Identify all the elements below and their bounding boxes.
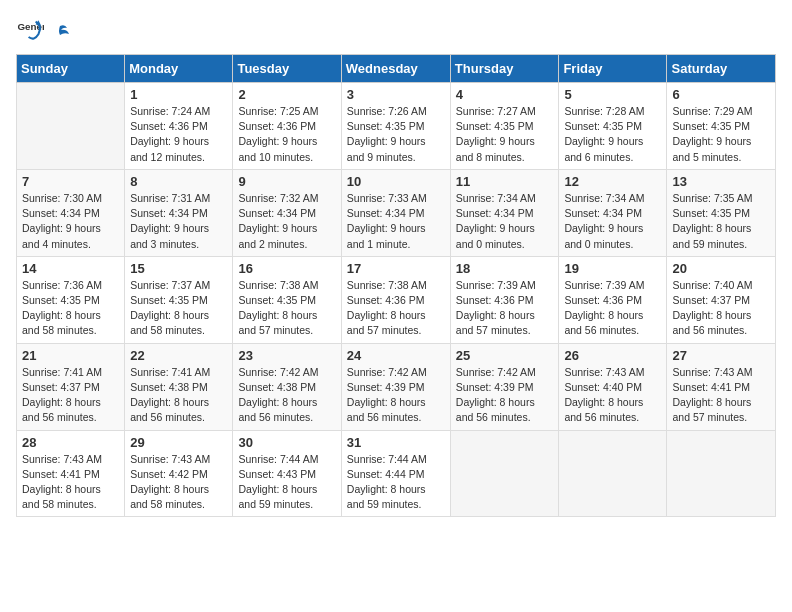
calendar-cell: 1Sunrise: 7:24 AM Sunset: 4:36 PM Daylig… xyxy=(125,83,233,170)
calendar-cell xyxy=(17,83,125,170)
calendar-cell: 26Sunrise: 7:43 AM Sunset: 4:40 PM Dayli… xyxy=(559,343,667,430)
calendar-week-3: 14Sunrise: 7:36 AM Sunset: 4:35 PM Dayli… xyxy=(17,256,776,343)
calendar-body: 1Sunrise: 7:24 AM Sunset: 4:36 PM Daylig… xyxy=(17,83,776,517)
calendar-cell: 4Sunrise: 7:27 AM Sunset: 4:35 PM Daylig… xyxy=(450,83,559,170)
day-info: Sunrise: 7:34 AM Sunset: 4:34 PM Dayligh… xyxy=(564,191,661,252)
day-number: 19 xyxy=(564,261,661,276)
calendar-cell: 3Sunrise: 7:26 AM Sunset: 4:35 PM Daylig… xyxy=(341,83,450,170)
day-info: Sunrise: 7:31 AM Sunset: 4:34 PM Dayligh… xyxy=(130,191,227,252)
calendar-cell: 7Sunrise: 7:30 AM Sunset: 4:34 PM Daylig… xyxy=(17,169,125,256)
day-info: Sunrise: 7:39 AM Sunset: 4:36 PM Dayligh… xyxy=(456,278,554,339)
day-info: Sunrise: 7:32 AM Sunset: 4:34 PM Dayligh… xyxy=(238,191,335,252)
calendar-cell: 9Sunrise: 7:32 AM Sunset: 4:34 PM Daylig… xyxy=(233,169,341,256)
day-number: 13 xyxy=(672,174,770,189)
day-number: 7 xyxy=(22,174,119,189)
calendar-cell: 15Sunrise: 7:37 AM Sunset: 4:35 PM Dayli… xyxy=(125,256,233,343)
day-info: Sunrise: 7:25 AM Sunset: 4:36 PM Dayligh… xyxy=(238,104,335,165)
day-info: Sunrise: 7:41 AM Sunset: 4:37 PM Dayligh… xyxy=(22,365,119,426)
day-info: Sunrise: 7:40 AM Sunset: 4:37 PM Dayligh… xyxy=(672,278,770,339)
day-number: 3 xyxy=(347,87,445,102)
day-number: 15 xyxy=(130,261,227,276)
logo: General xyxy=(16,16,72,44)
day-number: 2 xyxy=(238,87,335,102)
header-sunday: Sunday xyxy=(17,55,125,83)
calendar-cell: 27Sunrise: 7:43 AM Sunset: 4:41 PM Dayli… xyxy=(667,343,776,430)
day-number: 27 xyxy=(672,348,770,363)
header-monday: Monday xyxy=(125,55,233,83)
calendar-cell: 17Sunrise: 7:38 AM Sunset: 4:36 PM Dayli… xyxy=(341,256,450,343)
calendar-cell: 23Sunrise: 7:42 AM Sunset: 4:38 PM Dayli… xyxy=(233,343,341,430)
day-number: 24 xyxy=(347,348,445,363)
calendar-cell: 11Sunrise: 7:34 AM Sunset: 4:34 PM Dayli… xyxy=(450,169,559,256)
day-info: Sunrise: 7:29 AM Sunset: 4:35 PM Dayligh… xyxy=(672,104,770,165)
logo-bird-icon xyxy=(49,22,71,44)
day-number: 31 xyxy=(347,435,445,450)
calendar-cell: 18Sunrise: 7:39 AM Sunset: 4:36 PM Dayli… xyxy=(450,256,559,343)
day-number: 29 xyxy=(130,435,227,450)
day-info: Sunrise: 7:39 AM Sunset: 4:36 PM Dayligh… xyxy=(564,278,661,339)
day-number: 25 xyxy=(456,348,554,363)
day-info: Sunrise: 7:42 AM Sunset: 4:39 PM Dayligh… xyxy=(456,365,554,426)
day-number: 17 xyxy=(347,261,445,276)
day-info: Sunrise: 7:33 AM Sunset: 4:34 PM Dayligh… xyxy=(347,191,445,252)
day-number: 10 xyxy=(347,174,445,189)
header-tuesday: Tuesday xyxy=(233,55,341,83)
calendar-cell xyxy=(667,430,776,517)
calendar-header: SundayMondayTuesdayWednesdayThursdayFrid… xyxy=(17,55,776,83)
day-info: Sunrise: 7:28 AM Sunset: 4:35 PM Dayligh… xyxy=(564,104,661,165)
day-info: Sunrise: 7:24 AM Sunset: 4:36 PM Dayligh… xyxy=(130,104,227,165)
day-number: 4 xyxy=(456,87,554,102)
day-info: Sunrise: 7:44 AM Sunset: 4:44 PM Dayligh… xyxy=(347,452,445,513)
day-info: Sunrise: 7:38 AM Sunset: 4:36 PM Dayligh… xyxy=(347,278,445,339)
day-info: Sunrise: 7:43 AM Sunset: 4:41 PM Dayligh… xyxy=(22,452,119,513)
header-thursday: Thursday xyxy=(450,55,559,83)
day-info: Sunrise: 7:36 AM Sunset: 4:35 PM Dayligh… xyxy=(22,278,119,339)
calendar-week-2: 7Sunrise: 7:30 AM Sunset: 4:34 PM Daylig… xyxy=(17,169,776,256)
day-info: Sunrise: 7:27 AM Sunset: 4:35 PM Dayligh… xyxy=(456,104,554,165)
day-number: 11 xyxy=(456,174,554,189)
day-info: Sunrise: 7:43 AM Sunset: 4:41 PM Dayligh… xyxy=(672,365,770,426)
day-info: Sunrise: 7:43 AM Sunset: 4:42 PM Dayligh… xyxy=(130,452,227,513)
day-number: 23 xyxy=(238,348,335,363)
calendar-cell: 14Sunrise: 7:36 AM Sunset: 4:35 PM Dayli… xyxy=(17,256,125,343)
day-number: 30 xyxy=(238,435,335,450)
day-info: Sunrise: 7:44 AM Sunset: 4:43 PM Dayligh… xyxy=(238,452,335,513)
calendar-cell xyxy=(559,430,667,517)
day-info: Sunrise: 7:42 AM Sunset: 4:38 PM Dayligh… xyxy=(238,365,335,426)
day-number: 6 xyxy=(672,87,770,102)
day-info: Sunrise: 7:43 AM Sunset: 4:40 PM Dayligh… xyxy=(564,365,661,426)
day-number: 20 xyxy=(672,261,770,276)
day-number: 28 xyxy=(22,435,119,450)
calendar-cell: 25Sunrise: 7:42 AM Sunset: 4:39 PM Dayli… xyxy=(450,343,559,430)
day-info: Sunrise: 7:35 AM Sunset: 4:35 PM Dayligh… xyxy=(672,191,770,252)
calendar-cell: 2Sunrise: 7:25 AM Sunset: 4:36 PM Daylig… xyxy=(233,83,341,170)
day-info: Sunrise: 7:37 AM Sunset: 4:35 PM Dayligh… xyxy=(130,278,227,339)
day-info: Sunrise: 7:26 AM Sunset: 4:35 PM Dayligh… xyxy=(347,104,445,165)
calendar-cell: 10Sunrise: 7:33 AM Sunset: 4:34 PM Dayli… xyxy=(341,169,450,256)
calendar-cell: 19Sunrise: 7:39 AM Sunset: 4:36 PM Dayli… xyxy=(559,256,667,343)
calendar-cell: 31Sunrise: 7:44 AM Sunset: 4:44 PM Dayli… xyxy=(341,430,450,517)
day-info: Sunrise: 7:34 AM Sunset: 4:34 PM Dayligh… xyxy=(456,191,554,252)
day-info: Sunrise: 7:42 AM Sunset: 4:39 PM Dayligh… xyxy=(347,365,445,426)
day-number: 8 xyxy=(130,174,227,189)
day-number: 16 xyxy=(238,261,335,276)
calendar-cell: 16Sunrise: 7:38 AM Sunset: 4:35 PM Dayli… xyxy=(233,256,341,343)
calendar-table: SundayMondayTuesdayWednesdayThursdayFrid… xyxy=(16,54,776,517)
calendar-week-1: 1Sunrise: 7:24 AM Sunset: 4:36 PM Daylig… xyxy=(17,83,776,170)
day-number: 18 xyxy=(456,261,554,276)
day-number: 9 xyxy=(238,174,335,189)
calendar-cell: 21Sunrise: 7:41 AM Sunset: 4:37 PM Dayli… xyxy=(17,343,125,430)
header-wednesday: Wednesday xyxy=(341,55,450,83)
calendar-cell: 24Sunrise: 7:42 AM Sunset: 4:39 PM Dayli… xyxy=(341,343,450,430)
calendar-week-4: 21Sunrise: 7:41 AM Sunset: 4:37 PM Dayli… xyxy=(17,343,776,430)
day-info: Sunrise: 7:41 AM Sunset: 4:38 PM Dayligh… xyxy=(130,365,227,426)
logo-icon: General xyxy=(16,16,44,44)
header-saturday: Saturday xyxy=(667,55,776,83)
day-number: 5 xyxy=(564,87,661,102)
header-friday: Friday xyxy=(559,55,667,83)
calendar-cell: 8Sunrise: 7:31 AM Sunset: 4:34 PM Daylig… xyxy=(125,169,233,256)
calendar-cell: 20Sunrise: 7:40 AM Sunset: 4:37 PM Dayli… xyxy=(667,256,776,343)
calendar-cell: 5Sunrise: 7:28 AM Sunset: 4:35 PM Daylig… xyxy=(559,83,667,170)
calendar-cell: 28Sunrise: 7:43 AM Sunset: 4:41 PM Dayli… xyxy=(17,430,125,517)
day-number: 1 xyxy=(130,87,227,102)
